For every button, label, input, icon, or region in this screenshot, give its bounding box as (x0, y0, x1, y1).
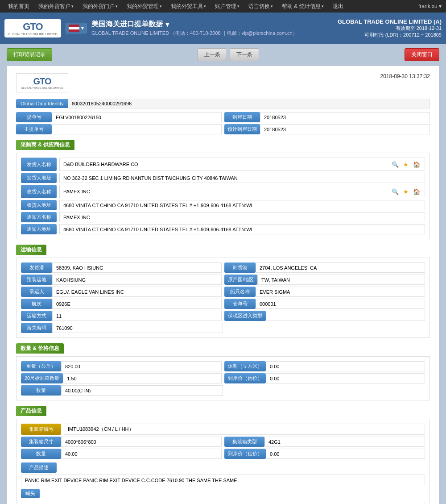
flag-arrow: ▾ (81, 25, 84, 31)
print-button-top[interactable]: 打印贸易记录 (7, 48, 52, 61)
std-container-value: 1.50 (63, 373, 222, 383)
container-size-value: 4000*806*800 (61, 437, 222, 447)
remarks-value: PAMEX PAMEX PO#E18212-DD LOS ANGELES C/N… (21, 502, 425, 504)
customs-code-value: 761090 (52, 323, 223, 333)
star-icon[interactable]: ★ (401, 160, 410, 169)
product-desc-value: PANIC RIM EXIT DEVICE PANIC RIM EXIT DEV… (21, 475, 425, 486)
nav-account[interactable]: 账户管理 ▾ (211, 1, 243, 12)
search-icon[interactable]: 🔍 (391, 187, 400, 196)
document-card: GTO GLOBAL TRADE ONLINE LIMITED 2018-09-… (7, 66, 439, 504)
nav-left: 我的首页 我的外贸客户 ▾ 我的外贸门户 ▾ 我的外贸管理 ▾ 我的外贸工具 ▾… (4, 1, 347, 12)
std-container-label: 20尺标准箱数量 (21, 373, 63, 383)
quantity-prod-value: 40.00 (61, 449, 222, 459)
usage-time: 可用时段 (LDR)：200712 ~ 201809 (338, 32, 442, 38)
container-type-value: 42G1 (264, 437, 425, 447)
origin-country-value: TW, TAIWAN (257, 275, 425, 285)
close-button-top[interactable]: 关闭窗口 (405, 48, 439, 61)
home-icon[interactable]: 🏠 (412, 160, 421, 169)
transport-header: 运输信息 (16, 245, 46, 255)
top-navigation: 我的首页 我的外贸客户 ▾ 我的外贸门户 ▾ 我的外贸管理 ▾ 我的外贸工具 ▾… (0, 0, 446, 12)
master-bill-label: 主提单号 (16, 124, 52, 134)
nav-help[interactable]: 帮助 & 统计信息 ▾ (278, 1, 327, 12)
arrival-price-qp-value: 0.00 (266, 373, 425, 383)
warehouse-no-label: 仓单号 (224, 299, 256, 309)
ftz-entry-label: 保税区进入类型 (224, 311, 266, 321)
top-toolbar: 打印贸易记录 上一条 下一条 关闭窗口 (7, 48, 439, 61)
nav-customers[interactable]: 我的外贸客户 ▾ (35, 1, 77, 12)
chevron-down-icon: ▾ (160, 4, 162, 8)
quantity-price-header: 数量 & 价格信息 (16, 343, 64, 354)
header-title-area: 美国海关进口提单数据 ▾ GLOBAL TRADE ONLINE LIMITED… (91, 20, 297, 37)
home-icon[interactable]: 🏠 (412, 187, 421, 196)
consignee-addr-label: 收货人地址 (21, 200, 57, 210)
shipper-addr-value: NO 362-32 SEC 1 LIMING RD NANTUN DIST TA… (59, 173, 425, 183)
company-name: GLOBAL TRADE ONLINE LIMITED (A) (338, 18, 442, 25)
transport-section: 运输信息 发货港 58309, KAO HSIUNG 卸货港 2704, LOS… (16, 245, 430, 338)
nav-tools[interactable]: 我的外贸工具 ▾ (167, 1, 210, 12)
nav-home[interactable]: 我的首页 (4, 1, 33, 12)
doc-logo: GTO GLOBAL TRADE ONLINE LIMITED (16, 73, 68, 92)
shipper-name-label: 发货人名称 (21, 158, 57, 171)
doc-timestamp: 2018-09-30 13:37:32 (380, 73, 430, 79)
est-arrival-value: 20180523 (260, 124, 430, 134)
chevron-down-icon: ▾ (204, 4, 206, 8)
voyage-value: 0926E (52, 299, 222, 309)
page-title: 美国海关进口提单数据 ▾ (91, 20, 297, 29)
customs-code-label: 海关编码 (21, 323, 52, 333)
buyer-supplier-section: 采购商 & 供应商信息 发货人名称 D&D BUILDERS HARDWARE … (16, 140, 430, 239)
flag-selector[interactable]: ▾ (66, 23, 87, 33)
gdi-label: Global Data Identity (16, 99, 68, 108)
title-arrow-icon: ▾ (165, 20, 169, 29)
quantity-qp-value: 40.00(CTN) (61, 385, 223, 396)
chevron-down-icon: ▾ (322, 4, 324, 8)
quantity-price-section: 数量 & 价格信息 重量（公斤） 820.00 体积（立方米） 0.00 (16, 343, 430, 400)
departure-port-value: 58309, KAO HSIUNG (52, 262, 222, 273)
logo-gto: GTO (23, 21, 42, 33)
departure-port-label: 发货港 (21, 262, 52, 273)
quantity-prod-label: 数量 (21, 449, 61, 459)
us-flag-icon (69, 25, 79, 32)
quantity-qp-label: 数量 (21, 385, 61, 396)
header-subtitle: GLOBAL TRADE ONLINE LIMITED （电话：400-710-… (91, 30, 297, 37)
doc-header: GTO GLOBAL TRADE ONLINE LIMITED 2018-09-… (16, 73, 430, 92)
chevron-down-icon: ▾ (271, 4, 273, 8)
arrival-price-prod-value: 0.00 (266, 449, 425, 459)
volume-value: 0.00 (266, 361, 425, 371)
vessel-name-value: EVER SIGMA (256, 287, 425, 297)
shipper-name-value: D&D BUILDERS HARDWARE CO 🔍 ★ 🏠 (59, 158, 425, 171)
global-data-identity-row: Global Data Identity 6003201805240000291… (16, 99, 430, 108)
search-icon[interactable]: 🔍 (391, 160, 400, 169)
volume-label: 体积（立方米） (224, 361, 266, 371)
weight-label: 重量（公斤） (21, 361, 61, 371)
carrier-label: 承运人 (21, 287, 52, 297)
chevron-down-icon: ▾ (116, 4, 118, 8)
prev-button-top[interactable]: 上一条 (198, 48, 227, 61)
nav-management[interactable]: 我的外贸管理 ▾ (123, 1, 165, 12)
master-bill-value (52, 124, 222, 134)
star-icon[interactable]: ★ (401, 187, 410, 196)
arrival-port-label: 卸货港 (224, 262, 256, 273)
valid-until: 有效期至 2018-12-31 (338, 25, 442, 32)
notify-addr-label: 通知方地址 (21, 224, 57, 234)
nav-logout[interactable]: 退出 (329, 1, 347, 12)
carrier-value: EGLV, EAGLE VAN LINES INC (52, 287, 222, 297)
nav-portal[interactable]: 我的外贸门户 ▾ (79, 1, 121, 12)
main-content: 打印贸易记录 上一条 下一条 关闭窗口 GTO GLOBAL TRADE ONL… (0, 44, 446, 504)
weight-value: 820.00 (61, 361, 222, 371)
product-header: 产品信息 (16, 406, 46, 416)
bill-number-value: EGLV001800226150 (52, 112, 222, 122)
nav-buttons-top: 上一条 下一条 (198, 48, 259, 61)
origin-country-label: 原产国/地区 (224, 275, 257, 285)
chevron-down-icon: ▾ (237, 4, 240, 8)
chevron-down-icon: ▾ (71, 4, 74, 8)
header-right: GLOBAL TRADE ONLINE LIMITED (A) 有效期至 201… (338, 18, 442, 38)
notify-addr-value: 4680 VINITA CT CHINO CA 91710 UNITED STA… (59, 224, 425, 234)
next-button-top[interactable]: 下一条 (230, 48, 259, 61)
pre-transport-label: 预装运地 (21, 275, 52, 285)
product-desc-label: 产品描述 (21, 462, 57, 473)
arrival-port-value: 2704, LOS ANGELES, CA (256, 262, 425, 273)
header-left: GTO GLOBAL TRADE ONLINE LIMITED ▾ 美国海关进口… (4, 19, 297, 37)
arrival-price-qp-label: 到岸价（估价） (224, 373, 266, 383)
container-no-label: 集装箱编号 (21, 424, 61, 435)
nav-language[interactable]: 语言切换 ▾ (245, 1, 277, 12)
